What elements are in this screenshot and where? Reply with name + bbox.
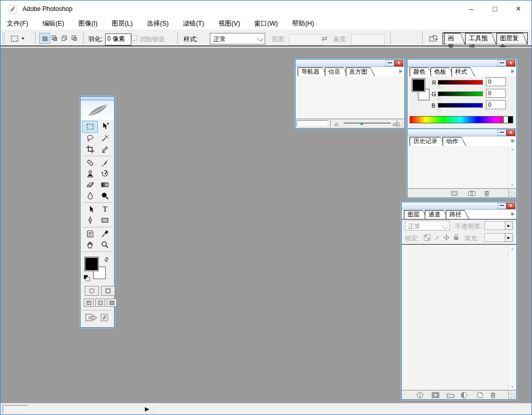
well-tab-brushes[interactable]: 画笔	[444, 33, 465, 44]
red-value-input[interactable]: 0	[486, 77, 506, 86]
resize-grip[interactable]	[510, 191, 515, 197]
fullscreen-menubar-button[interactable]	[95, 298, 105, 307]
scroll-up-icon[interactable]: ▲	[508, 246, 516, 251]
layers-scrollbar[interactable]: ▲ ▼	[508, 245, 516, 390]
menu-view[interactable]: 视图(V)	[218, 19, 240, 28]
tab-info[interactable]: 信息	[325, 67, 348, 76]
tool-lasso[interactable]	[83, 133, 97, 144]
tab-layers[interactable]: 图层	[404, 210, 427, 219]
scroll-down-icon[interactable]: ▼	[508, 183, 516, 188]
new-layer-icon[interactable]	[477, 391, 483, 398]
blue-value-input[interactable]: 0	[486, 100, 506, 109]
palette-minimize-button[interactable]	[497, 60, 506, 66]
opacity-input[interactable]	[484, 221, 506, 230]
status-zoom-input[interactable]	[3, 405, 28, 413]
green-value-input[interactable]: 0	[486, 89, 506, 98]
lock-transparency-icon[interactable]	[424, 234, 431, 241]
tool-blur[interactable]	[83, 190, 97, 201]
tab-styles[interactable]: 样式	[451, 67, 475, 76]
green-slider-thumb[interactable]: △	[437, 96, 441, 100]
tab-paths[interactable]: 路径	[446, 210, 469, 219]
history-title-bar[interactable]: x	[408, 129, 516, 136]
new-group-folder-icon[interactable]	[447, 392, 455, 398]
foreground-color-swatch[interactable]	[412, 79, 425, 91]
menu-edit[interactable]: 编辑(E)	[42, 19, 64, 28]
palette-menu-icon[interactable]: »	[511, 67, 514, 75]
palette-menu-icon[interactable]: »	[399, 67, 402, 75]
lock-position-move-icon[interactable]	[443, 234, 450, 241]
tab-navigator[interactable]: 导航器	[298, 67, 327, 76]
zoom-slider-track[interactable]	[344, 123, 391, 123]
style-select[interactable]: 正常	[210, 33, 265, 44]
palette-close-button[interactable]: x	[506, 130, 515, 136]
lock-pixels-brush-icon[interactable]	[434, 234, 440, 241]
tool-eyedropper[interactable]	[97, 228, 112, 239]
delete-trash-icon[interactable]	[483, 190, 490, 197]
palette-minimize-button[interactable]	[386, 60, 394, 66]
tool-clone-stamp[interactable]	[83, 168, 97, 179]
tool-brush[interactable]	[97, 157, 112, 168]
menu-layer[interactable]: 图层(L)	[111, 19, 132, 28]
swap-width-height-icon[interactable]: ⇄	[322, 34, 327, 42]
layers-title-bar[interactable]: x	[402, 202, 516, 210]
close-button[interactable]: ×	[506, 1, 530, 17]
navigator-title-bar[interactable]: x	[296, 60, 404, 67]
navigator-zoom-input[interactable]	[297, 120, 328, 126]
tool-type[interactable]: T	[97, 204, 112, 215]
menu-window[interactable]: 窗口(W)	[254, 19, 278, 28]
minimize-button[interactable]: –	[459, 1, 483, 17]
foreground-color-swatch[interactable]	[85, 257, 98, 271]
selection-mode-add-button[interactable]	[49, 33, 59, 43]
well-tab-layer-comps[interactable]: 图层复合	[496, 33, 527, 44]
fill-input[interactable]	[484, 233, 506, 242]
toolbox-title-bar[interactable]	[81, 97, 114, 101]
options-bar-grip[interactable]	[3, 32, 5, 44]
standard-screen-button[interactable]	[84, 298, 94, 307]
toolbox-logo-button[interactable]	[81, 101, 114, 120]
tool-zoom[interactable]	[97, 239, 112, 250]
status-menu-arrow-icon[interactable]: ▶	[145, 406, 149, 412]
new-adjustment-layer-icon[interactable]	[460, 391, 468, 399]
delete-trash-icon[interactable]	[490, 391, 496, 398]
scroll-down-icon[interactable]: ▼	[508, 385, 516, 389]
lock-all-icon[interactable]	[453, 234, 459, 241]
color-title-bar[interactable]: x	[408, 60, 516, 67]
red-slider-track[interactable]	[438, 80, 483, 85]
well-tab-tool-presets[interactable]: 工具预设	[465, 33, 496, 44]
add-layer-mask-icon[interactable]	[432, 392, 439, 398]
tool-hand[interactable]	[83, 239, 97, 250]
palette-close-button[interactable]: x	[506, 60, 515, 66]
zoom-slider-thumb[interactable]: ▲	[359, 121, 364, 126]
tab-history[interactable]: 历史记录	[410, 137, 445, 146]
layer-style-icon[interactable]: ƒ	[416, 391, 424, 399]
tab-swatches[interactable]: 色板	[431, 67, 454, 76]
tab-channels[interactable]: 通道	[425, 210, 448, 219]
tool-pen[interactable]	[83, 215, 97, 226]
menu-help[interactable]: 帮助(H)	[292, 19, 314, 28]
blue-slider-track[interactable]	[438, 103, 483, 108]
zoom-out-icon[interactable]	[333, 122, 341, 126]
selection-mode-new-button[interactable]	[39, 33, 50, 44]
tool-burn[interactable]	[97, 190, 112, 201]
resize-grip[interactable]	[398, 122, 403, 127]
menu-file[interactable]: 文件(F)	[7, 19, 28, 28]
color-spectrum-ramp[interactable]	[410, 116, 513, 123]
tab-actions[interactable]: 动作	[443, 137, 466, 146]
history-scrollbar[interactable]: ▲ ▼	[508, 146, 516, 189]
tool-rect-marquee[interactable]	[82, 121, 98, 133]
palette-menu-icon[interactable]: »	[511, 210, 514, 217]
spectrum-white-swatch[interactable]	[503, 117, 508, 123]
tool-slice[interactable]	[97, 144, 112, 155]
file-browser-button[interactable]	[426, 32, 440, 45]
height-input[interactable]	[351, 34, 384, 45]
menu-filter[interactable]: 滤镜(T)	[183, 19, 204, 28]
fullscreen-button[interactable]	[107, 298, 117, 307]
tool-move[interactable]	[98, 121, 112, 132]
selection-mode-subtract-button[interactable]	[59, 33, 69, 43]
tab-histogram[interactable]: 直方图	[346, 67, 376, 76]
spectrum-black-swatch[interactable]	[508, 117, 513, 123]
opacity-slider-button[interactable]: ▶	[505, 221, 513, 230]
tool-notes[interactable]	[83, 228, 97, 239]
palette-close-button[interactable]: x	[394, 60, 403, 66]
fill-slider-button[interactable]: ▶	[505, 233, 513, 242]
